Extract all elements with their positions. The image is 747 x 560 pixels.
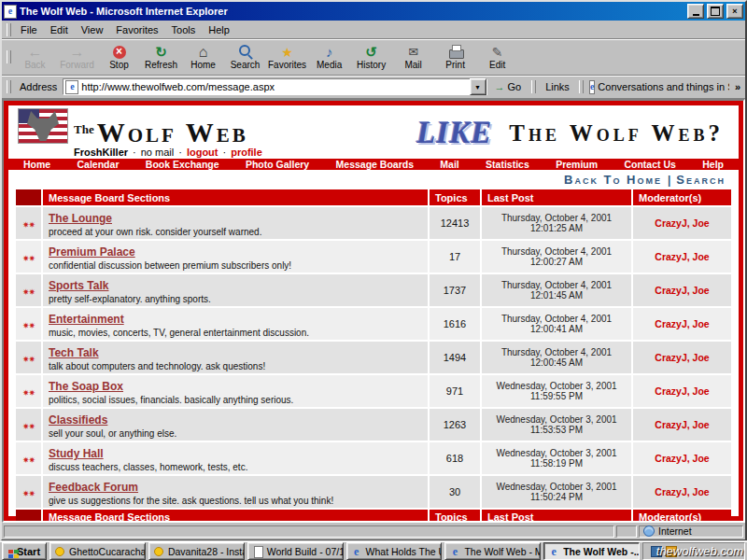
toolbar-button[interactable]: Print [434, 41, 476, 73]
aim-icon [153, 546, 164, 557]
back-to-home-link[interactable]: Back To Home [564, 173, 662, 187]
address-input[interactable] [81, 80, 466, 93]
search-link[interactable]: Search [676, 173, 726, 187]
toolbar-button-label: Edit [489, 60, 505, 70]
links-bar-item[interactable]: e Conversations and things in Sc [589, 80, 729, 94]
toolbar-button[interactable]: Media [308, 41, 350, 73]
toolbar-button[interactable]: Forward [56, 41, 98, 73]
forum-link[interactable]: Feedback Forum [49, 481, 138, 494]
toolbar-button[interactable]: Refresh [140, 41, 182, 73]
forum-link[interactable]: Classifieds [49, 413, 107, 427]
toolbar-button-label: History [357, 60, 386, 70]
nav-item[interactable]: Help [702, 159, 724, 170]
forum-link[interactable]: Study Hall [49, 447, 104, 460]
maximize-button[interactable] [707, 4, 724, 19]
toolbar-button-label: Stop [109, 60, 129, 70]
toolbar-grip[interactable] [579, 80, 584, 93]
menu-item[interactable]: View [75, 22, 110, 37]
taskbar-task-button[interactable]: GhettoCucaracha's ... [49, 542, 146, 560]
taskbar-task-button[interactable]: World Build - 07/14... [247, 542, 344, 560]
toolbar-button[interactable]: Back [14, 41, 56, 73]
address-bar: Address e ▼ → Go Links e Conversations a… [2, 76, 745, 99]
toolbar-button[interactable]: Mail [392, 41, 434, 73]
wolf-web-page: The Wolf Web FroshKiller · no mail · log… [4, 101, 743, 521]
profile-link[interactable]: profile [231, 147, 262, 158]
windows-logo-icon [8, 550, 13, 553]
nav-item[interactable]: Home [23, 159, 50, 170]
last-post-time: 12:01:25 AM [487, 223, 626, 233]
forum-link[interactable]: Tech Talk [49, 346, 99, 359]
address-dropdown-button[interactable]: ▼ [470, 78, 486, 95]
toolbar-grip[interactable] [7, 23, 11, 36]
moderators[interactable]: CrazyJ, Joe [632, 273, 731, 307]
history-icon [358, 44, 386, 60]
toolbar-button-label: Favorites [268, 60, 306, 70]
menu-item[interactable]: Tools [165, 22, 203, 37]
forum-link[interactable]: Entertainment [49, 313, 124, 326]
topics-count: 30 [429, 475, 481, 509]
taskbar-task-button[interactable]: The Wolf Web - Mic... [444, 542, 541, 560]
table-header-row: Message Board Sections Topics Last Post … [16, 189, 731, 206]
forum-hot-icon [22, 450, 35, 466]
moderators[interactable]: CrazyJ, Joe [632, 374, 731, 408]
forum-link[interactable]: The Lounge [49, 212, 112, 225]
moderators[interactable]: CrazyJ, Joe [632, 475, 731, 509]
last-post-time: 12:01:45 AM [487, 290, 626, 301]
forum-link[interactable]: The Soap Box [49, 380, 123, 393]
toolbar-button[interactable]: Home [182, 41, 224, 73]
nav-item[interactable]: Statistics [486, 159, 529, 170]
taskbar-task-button[interactable]: What Holds The Un... [346, 542, 443, 560]
toolbar-grip[interactable] [7, 50, 11, 63]
close-button[interactable]: × [726, 4, 743, 19]
nav-item[interactable]: Mail [440, 159, 458, 170]
toolbar-button[interactable]: Edit [476, 41, 518, 73]
toolbar-grip[interactable] [531, 80, 536, 93]
moderators[interactable]: CrazyJ, Joe [632, 408, 731, 441]
topics-count: 971 [429, 374, 481, 408]
moderators[interactable]: CrazyJ, Joe [632, 441, 731, 475]
moderators[interactable]: CrazyJ, Joe [632, 240, 731, 273]
logout-link[interactable]: logout [187, 147, 218, 158]
forum-description: talk about computers and technology. ask… [49, 361, 422, 371]
start-button[interactable]: Start [2, 542, 47, 560]
nav-item[interactable]: Contact Us [624, 159, 675, 170]
taskbar-task-button[interactable]: The Wolf Web -... [543, 542, 640, 560]
menu-item[interactable]: Edit [44, 22, 75, 37]
browser-viewport: The Wolf Web FroshKiller · no mail · log… [2, 99, 745, 523]
forum-hot-icon [22, 349, 35, 365]
toolbar-button[interactable]: History [350, 41, 392, 73]
last-post-date: Wednesday, October 3, 2001 [487, 482, 626, 492]
topics-count: 1263 [429, 408, 481, 441]
minimize-button[interactable] [687, 4, 704, 19]
nav-item[interactable]: Calendar [78, 159, 120, 170]
moderators[interactable]: CrazyJ, Joe [632, 206, 731, 240]
go-button[interactable]: → Go [490, 78, 527, 95]
forum-link[interactable]: Sports Talk [49, 279, 108, 292]
nav-item[interactable]: Message Boards [336, 159, 414, 170]
menu-item[interactable]: Help [202, 22, 236, 37]
nav-item[interactable]: Photo Gallery [246, 159, 309, 170]
forum-description: politics, social issues, financials. bas… [49, 395, 422, 405]
nav-item[interactable]: Book Exchange [146, 159, 219, 170]
toolbar-button-label: Refresh [145, 60, 177, 70]
user-bar: FroshKiller · no mail · logout · profile [74, 147, 262, 158]
footer-topics: Topics [429, 509, 481, 523]
links-overflow-chevron[interactable]: » [732, 81, 743, 92]
moderators[interactable]: CrazyJ, Joe [632, 341, 731, 374]
last-post-date: Wednesday, October 3, 2001 [487, 414, 626, 425]
toolbar-button-label: Home [190, 60, 216, 70]
toolbar-button[interactable]: Stop [98, 41, 140, 73]
ie-page-icon: e [4, 5, 17, 19]
menu-item[interactable]: Favorites [109, 22, 164, 37]
forum-link[interactable]: Premium Palace [49, 245, 135, 259]
toolbar-button-label: Print [445, 60, 465, 70]
toolbar-button[interactable]: Search [224, 41, 266, 73]
toolbar-grip[interactable] [7, 80, 11, 93]
search-icon [232, 44, 260, 60]
logo-block: The Wolf Web FroshKiller · no mail · log… [18, 108, 262, 158]
toolbar-button[interactable]: Favorites [266, 41, 308, 73]
taskbar-task-button[interactable]: Davanita28 - Instant... [148, 542, 245, 560]
menu-item[interactable]: File [14, 22, 44, 37]
nav-item[interactable]: Premium [556, 159, 598, 170]
moderators[interactable]: CrazyJ, Joe [632, 307, 731, 341]
